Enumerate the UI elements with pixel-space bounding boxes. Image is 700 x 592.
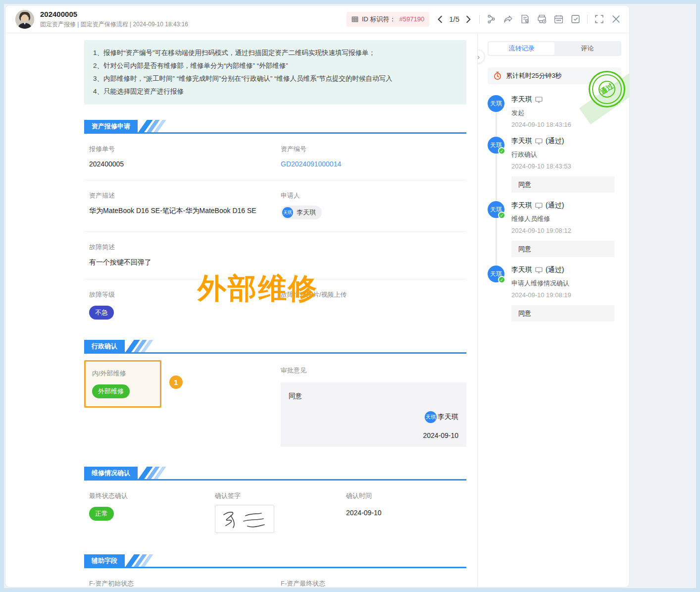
id-badge: ID 标识符：#597190 — [347, 12, 429, 27]
id-value: #597190 — [400, 15, 425, 23]
prev-icon[interactable] — [436, 15, 445, 24]
approval-comment: 同意 — [289, 392, 458, 401]
todo-check-icon[interactable] — [570, 14, 581, 24]
timeline-node: 申请人维修情况确认 — [511, 279, 621, 288]
signature-strokes-icon — [219, 508, 270, 531]
next-icon[interactable] — [464, 15, 473, 24]
field-label: 审批意见 — [281, 366, 466, 375]
close-icon[interactable] — [611, 14, 621, 24]
page-indicator: 1/5 — [449, 15, 459, 23]
doc-shield-icon[interactable] — [520, 14, 530, 24]
forward-icon[interactable] — [503, 14, 513, 24]
pagination: 1/5 — [436, 15, 473, 24]
section-title: 行政确认 — [84, 340, 125, 352]
user-avatar[interactable] — [15, 10, 34, 29]
timeline-item: 天琪 ✓ 李天琪 (通过) 申请人维修情况确认 2024-09-10 19:08… — [488, 266, 621, 322]
field-value: 202400005 — [89, 160, 281, 168]
field-row: 故障等级 不急 故障情况图片/视频上传 — [84, 279, 466, 326]
admin-left-column: 内/外部维修 外部维修 1 — [84, 360, 281, 447]
timeline-status: (通过) — [546, 201, 564, 210]
aux-row: F-资产初始状态 正常 F-资产最终状态 正常 — [84, 568, 466, 587]
timeline-comment: 同意 — [511, 305, 614, 322]
approval-box: 同意 天琪 李天琪 2024-09-10 — [281, 382, 466, 447]
field-value: 有一个按键不回弹了 — [89, 258, 281, 267]
collapse-sidebar-button[interactable]: » — [477, 50, 485, 63]
device-monitor-icon — [535, 97, 543, 103]
field-label: 故障情况图片/视频上传 — [281, 290, 466, 299]
timeline-user-name: 李天琪 — [511, 95, 532, 104]
table-icon — [351, 16, 358, 23]
field-asset-no: 资产编号 GD2024091000014 — [281, 145, 466, 168]
section-stripes-icon — [143, 467, 162, 479]
notice-line: 1、报修时“资产编号”可在移动端使用扫码模式，通过扫描固定资产二维码实现快速填写… — [93, 47, 457, 59]
elapsed-time-bar: 累计耗时25分钟3秒 — [488, 67, 621, 84]
flow-icon[interactable] — [486, 14, 497, 24]
timeline-time: 2024-09-10 18:43:16 — [511, 121, 621, 128]
timeline-name-row: 李天琪 (通过) — [511, 137, 621, 146]
approved-check-icon: ✓ — [498, 212, 505, 219]
field-label: 内/外部维修 — [92, 369, 160, 378]
header-left: 202400005 固定资产报修 | 固定资产保修流程 | 2024-09-10… — [15, 10, 188, 29]
timeline-name-row: 李天琪 (通过) — [511, 266, 621, 274]
approval-date: 2024-09-10 — [423, 431, 458, 439]
timeline-comment: 同意 — [511, 176, 614, 193]
field-label: 报修单号 — [89, 145, 281, 154]
section-header-aux: 辅助字段 — [84, 556, 466, 568]
app-window: 202400005 固定资产报修 | 固定资产保修流程 | 2024-09-10… — [5, 5, 630, 588]
timeline-time: 2024-09-10 18:43:53 — [511, 162, 621, 170]
stopwatch-icon — [493, 71, 502, 80]
timeline-node: 维修人员维修 — [511, 215, 621, 223]
approved-check-icon: ✓ — [498, 147, 505, 155]
section-stripes-icon — [130, 340, 149, 352]
field-final-status: 最终状态确认 正常 — [89, 491, 215, 533]
field-asset-desc: 资产描述 华为MateBook D16 SE-笔记本-华为MateBook D1… — [89, 191, 281, 219]
fault-level-badge: 不急 — [89, 306, 114, 320]
signature-image — [215, 505, 274, 533]
timeline-node: 发起 — [511, 108, 621, 117]
timeline-comment: 同意 — [511, 241, 614, 257]
header-right: ID 标识符：#597190 1/5 — [347, 12, 621, 27]
timeline-status: (通过) — [546, 137, 564, 146]
timeline-node: 行政确认 — [511, 150, 621, 159]
tab-comments[interactable]: 评论 — [554, 42, 620, 55]
notice-line: 2、针对公司内部是否有维修部，维修单分为“内部维修” “外部维修” — [93, 59, 457, 72]
section-header-apply: 资产报修申请 — [84, 121, 466, 134]
field-label: 申请人 — [281, 191, 466, 200]
inout-repair-field-highlight[interactable]: 内/外部维修 外部维修 — [84, 360, 161, 408]
field-label: 故障简述 — [89, 243, 281, 252]
field-repair-no: 报修单号 202400005 — [89, 145, 281, 168]
timeline-time: 2024-09-10 19:08:19 — [511, 291, 621, 299]
form-area: 外部维修 1、报修时“资产编号”可在移动端使用扫码模式，通过扫描固定资产二维码实… — [5, 33, 477, 587]
field-label: F-资产最终状态 — [281, 579, 466, 587]
timeline-status: (通过) — [546, 266, 564, 274]
section-title: 维修情况确认 — [84, 467, 138, 479]
asset-no-link[interactable]: GD2024091000014 — [281, 160, 466, 168]
approval-column: 审批意见 同意 天琪 李天琪 2024-09-10 — [281, 360, 466, 447]
sidebar-tabs: 流转记录 评论 — [488, 41, 621, 56]
timeline-time: 2024-09-10 19:08:12 — [511, 227, 621, 234]
section-stripes-icon — [130, 554, 149, 567]
applicant-name: 李天琪 — [297, 208, 316, 217]
timeline-name-row: 李天琪 — [511, 95, 621, 104]
section-header-admin: 行政确认 — [84, 341, 466, 354]
notice-line: 3、内部维修时，“派工时间” “维修完成时间”分别在“行政确认” “维修人员维系… — [93, 72, 457, 85]
field-label: 确认签字 — [215, 491, 346, 500]
print-clock-icon[interactable] — [537, 14, 547, 24]
calendar-icon[interactable] — [553, 14, 564, 24]
applicant-chip[interactable]: 天琪 李天琪 — [281, 206, 322, 219]
field-applicant: 申请人 天琪 李天琪 — [281, 191, 466, 219]
approver-chip: 天琪 李天琪 — [425, 411, 458, 423]
field-label: F-资产初始状态 — [89, 579, 281, 587]
fullscreen-icon[interactable] — [594, 14, 604, 24]
field-initial-state: F-资产初始状态 正常 — [89, 579, 281, 587]
notice-box: 1、报修时“资产编号”可在移动端使用扫码模式，通过扫描固定资产二维码实现快速填写… — [84, 40, 466, 105]
id-label: ID 标识符： — [362, 15, 396, 24]
field-label: 资产编号 — [281, 145, 466, 154]
field-confirm-time: 确认时间 2024-09-10 — [346, 491, 466, 533]
confirm-row: 最终状态确认 正常 确认签字 — [84, 481, 466, 533]
timeline-avatar: 天琪 — [488, 95, 504, 112]
tab-flow-records[interactable]: 流转记录 — [489, 42, 554, 55]
device-monitor-icon — [535, 267, 543, 273]
field-row: 报修单号 202400005 资产编号 GD2024091000014 — [84, 134, 466, 180]
timeline-user-name: 李天琪 — [511, 137, 532, 146]
